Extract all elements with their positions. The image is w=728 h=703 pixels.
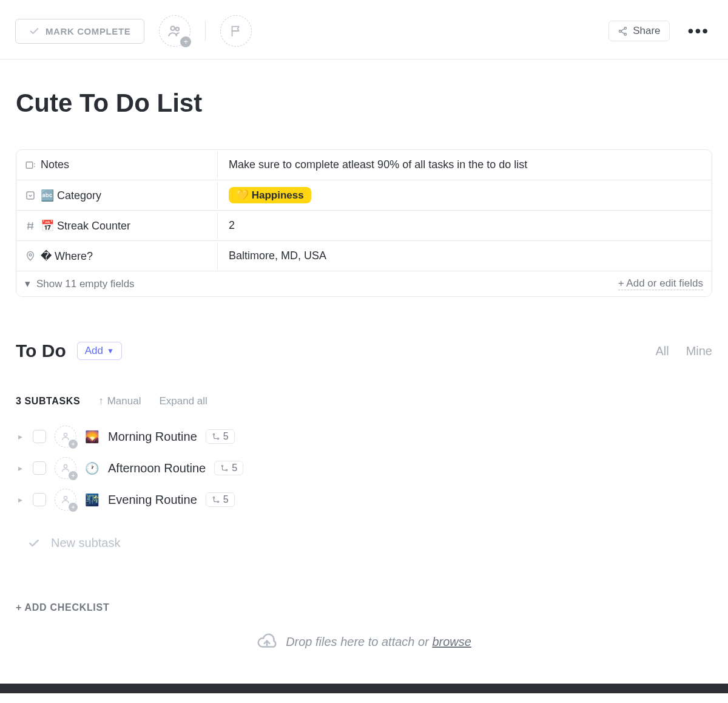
assignee-slot[interactable]: + <box>55 489 76 511</box>
task-name[interactable]: Afternoon Routine <box>108 461 206 475</box>
mark-complete-label: MARK COMPLETE <box>46 26 130 36</box>
branch-icon <box>212 432 220 441</box>
svg-point-24 <box>217 501 218 502</box>
filter-mine[interactable]: Mine <box>686 344 712 358</box>
subtask-row[interactable]: ▸ + 🌃 Evening Routine 5 <box>16 484 712 515</box>
field-row-streak[interactable]: 📅 Streak Counter 2 <box>16 211 712 241</box>
flag-priority-button[interactable] <box>220 15 252 47</box>
toolbar-divider <box>205 21 206 41</box>
svg-line-5 <box>621 29 625 31</box>
caret-down-icon: ▾ <box>25 277 30 290</box>
field-value[interactable]: 2 <box>218 212 712 239</box>
expand-all-button[interactable]: Expand all <box>159 395 207 407</box>
svg-rect-7 <box>26 161 33 168</box>
svg-point-1 <box>176 27 179 30</box>
assignee-slot[interactable]: + <box>55 426 76 447</box>
svg-point-19 <box>64 464 67 467</box>
plus-icon: + <box>180 36 191 47</box>
custom-fields-table: Notes Make sure to complete atleast 90% … <box>16 149 712 297</box>
share-button[interactable]: Share <box>608 21 669 41</box>
add-checklist-button[interactable]: + ADD CHECKLIST <box>16 602 712 613</box>
todo-section-header: To Do Add ▼ All Mine <box>16 341 712 361</box>
bottom-bar <box>0 684 728 693</box>
svg-point-17 <box>213 433 214 435</box>
category-tag[interactable]: 💛 Happiness <box>229 187 311 203</box>
more-menu-button[interactable]: ••• <box>684 21 713 41</box>
assignee-slot[interactable]: + <box>55 457 76 479</box>
dropdown-icon <box>25 190 36 201</box>
mark-complete-button[interactable]: MARK COMPLETE <box>15 19 144 44</box>
field-value[interactable]: Make sure to complete atleast 90% of all… <box>218 152 712 178</box>
check-icon <box>28 537 40 549</box>
share-icon <box>618 26 628 36</box>
hash-icon <box>25 220 36 231</box>
svg-line-14 <box>32 222 33 229</box>
svg-rect-10 <box>27 192 34 199</box>
sort-button[interactable]: ↑ Manual <box>98 395 141 407</box>
expand-caret-icon[interactable]: ▸ <box>16 463 24 473</box>
branch-icon <box>212 495 220 504</box>
check-icon <box>29 26 39 36</box>
browse-link[interactable]: browse <box>432 635 471 648</box>
subtask-count: 3 SUBTASKS <box>16 396 80 407</box>
add-edit-fields[interactable]: + Add or edit fields <box>618 277 703 290</box>
new-subtask-row[interactable] <box>16 526 712 560</box>
plus-icon: + <box>69 471 78 480</box>
field-row-category[interactable]: 🔤 Category 💛 Happiness <box>16 180 712 211</box>
subtask-row[interactable]: ▸ + 🕐 Afternoon Routine 5 <box>16 452 712 484</box>
cloud-upload-icon <box>257 631 277 652</box>
list-controls: 3 SUBTASKS ↑ Manual Expand all <box>16 395 712 407</box>
svg-point-0 <box>171 26 175 30</box>
plus-icon: + <box>69 503 78 512</box>
subtask-list: ▸ + 🌄 Morning Routine 5 ▸ + 🕐 Afternoon … <box>16 421 712 515</box>
top-toolbar: MARK COMPLETE + Share ••• <box>0 0 728 59</box>
task-emoji: 🕐 <box>85 461 99 475</box>
task-emoji: 🌃 <box>85 493 99 507</box>
svg-line-6 <box>621 32 625 34</box>
svg-point-23 <box>213 497 214 498</box>
plus-icon: + <box>69 440 78 449</box>
svg-point-15 <box>29 253 32 256</box>
field-label: 🔤 Category <box>41 189 101 202</box>
filter-all[interactable]: All <box>655 344 669 358</box>
checkbox[interactable] <box>33 493 46 506</box>
field-row-notes[interactable]: Notes Make sure to complete atleast 90% … <box>16 150 712 180</box>
branch-icon <box>220 464 229 472</box>
task-name[interactable]: Morning Routine <box>108 430 197 444</box>
ellipsis-icon: ••• <box>688 21 709 40</box>
show-empty-fields[interactable]: ▾ Show 11 empty fields <box>25 277 135 290</box>
arrow-up-icon: ↑ <box>98 395 104 407</box>
task-emoji: 🌄 <box>85 430 99 444</box>
subtask-count-pill[interactable]: 5 <box>206 492 235 507</box>
svg-point-18 <box>217 438 218 439</box>
svg-point-21 <box>226 469 228 470</box>
svg-point-22 <box>64 496 67 499</box>
expand-caret-icon[interactable]: ▸ <box>16 495 24 504</box>
subtask-count-pill[interactable]: 5 <box>214 461 243 475</box>
svg-point-20 <box>222 465 223 466</box>
svg-line-13 <box>28 222 29 229</box>
svg-point-16 <box>64 433 67 436</box>
text-icon <box>25 160 36 171</box>
add-button[interactable]: Add ▼ <box>77 342 122 360</box>
caret-down-icon: ▼ <box>107 347 114 355</box>
field-label: � Where? <box>41 250 93 263</box>
assignees-button[interactable]: + <box>159 15 190 47</box>
field-label: Notes <box>41 158 69 171</box>
share-label: Share <box>633 25 660 37</box>
new-subtask-input[interactable] <box>51 536 415 550</box>
people-icon <box>167 23 183 39</box>
expand-caret-icon[interactable]: ▸ <box>16 432 24 441</box>
attachment-dropzone[interactable]: Drop files here to attach or browse <box>16 624 712 668</box>
subtask-row[interactable]: ▸ + 🌄 Morning Routine 5 <box>16 421 712 452</box>
checkbox[interactable] <box>33 430 46 443</box>
field-row-where[interactable]: � Where? Baltimore, MD, USA <box>16 241 712 271</box>
checkbox[interactable] <box>33 461 46 475</box>
task-name[interactable]: Evening Routine <box>108 493 197 507</box>
dropzone-text: Drop files here to attach or <box>286 635 432 648</box>
field-value[interactable]: Baltimore, MD, USA <box>218 243 712 269</box>
flag-icon <box>229 24 243 38</box>
location-icon <box>25 251 36 262</box>
page-title[interactable]: Cute To Do List <box>16 89 712 118</box>
subtask-count-pill[interactable]: 5 <box>206 429 235 444</box>
